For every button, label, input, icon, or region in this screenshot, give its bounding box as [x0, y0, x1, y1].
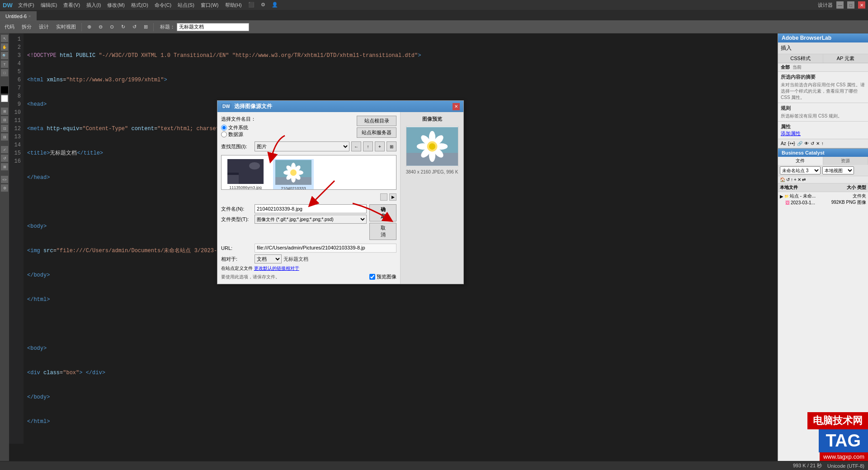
preview-checkbox-text: 预览图像	[377, 273, 396, 280]
tool-color2[interactable]	[1, 95, 8, 102]
design-view-button[interactable]: 设计	[36, 23, 52, 31]
bc-source-tab[interactable]: 资源	[823, 157, 868, 165]
icon-refresh[interactable]: ↺	[811, 141, 814, 146]
radio-datasource-input[interactable]	[221, 132, 227, 137]
current-tab[interactable]: 当前	[793, 64, 802, 70]
note-link[interactable]: 更改默认的链接相对于	[254, 266, 299, 271]
menu-insert[interactable]: 插入(I)	[84, 1, 104, 9]
icon-link1[interactable]: 🔗	[797, 141, 802, 146]
toolbar-icon1[interactable]: ⊕	[85, 23, 94, 31]
bc-site-node[interactable]: ▶ 📁 站点 - 未命... 文件夹	[780, 193, 866, 199]
radio-filesystem-input[interactable]	[221, 125, 227, 131]
menu-view[interactable]: 查看(V)	[61, 1, 83, 9]
maximize-button[interactable]: □	[847, 1, 854, 9]
relative-select[interactable]: 文档	[255, 254, 282, 263]
icon-eye[interactable]: 👁	[804, 141, 809, 146]
bc-file-item[interactable]: 🖼 2023-03-1... 992KB PNG 图像	[780, 199, 866, 206]
file-select-dialog[interactable]: DW 选择图像源文件 ✕ 选择文件名目： 文件系统	[217, 100, 464, 284]
toolbar: 代码 拆分 设计 实时视图 ⊕ ⊖ ⊙ ↻ ↺ ⊞ 标题：	[0, 21, 868, 33]
ap-elements-tab[interactable]: AP 元素	[823, 54, 868, 63]
browse-up-button[interactable]: ↑	[363, 141, 373, 151]
tool-hand[interactable]: ✋	[1, 43, 8, 51]
toolbar-icon6[interactable]: ⊞	[141, 23, 151, 31]
tool-text[interactable]: T	[1, 61, 8, 68]
preview-checkbox-input[interactable]	[369, 274, 375, 280]
bc-icon-sync[interactable]: ⇄	[802, 177, 806, 182]
site-root-button[interactable]: 站点根目录	[357, 116, 396, 126]
note-text: 在站点定义文件	[221, 266, 253, 271]
menu-help[interactable]: 帮助(H)	[222, 1, 245, 9]
cancel-button[interactable]: 取消	[369, 223, 396, 240]
bc-size-header: 大小 类型	[847, 184, 866, 191]
all-tab[interactable]: 全部	[781, 64, 790, 70]
filename-input[interactable]	[255, 204, 367, 213]
file-list-area[interactable]: 11135086ym3.jpg	[221, 155, 396, 190]
add-property-link[interactable]: 添加属性	[781, 130, 865, 137]
radio-filesystem[interactable]: 文件系统	[221, 124, 256, 131]
tool-zoom[interactable]: 🔍	[1, 52, 8, 59]
code-view-button[interactable]: 代码	[2, 23, 17, 31]
page-next-button[interactable]: ▶	[389, 193, 396, 201]
tool-check[interactable]: ✓	[1, 146, 8, 153]
toolbar-icon4[interactable]: ↻	[118, 23, 128, 31]
ok-button[interactable]: 确定	[369, 204, 396, 221]
toolbar-icon2[interactable]: ⊖	[96, 23, 105, 31]
dialog-close-button[interactable]: ✕	[453, 103, 460, 110]
title-input[interactable]	[177, 23, 249, 31]
toolbar-icon5[interactable]: ↺	[130, 23, 139, 31]
tool-view1[interactable]: ⊡	[1, 125, 8, 132]
tool-refresh[interactable]: ↺	[1, 155, 8, 162]
bc-icon-refresh[interactable]: ↺	[786, 177, 790, 182]
close-button[interactable]: ✕	[858, 1, 865, 9]
menu-settings[interactable]: ⚙	[258, 1, 268, 9]
menu-file[interactable]: 文件(F)	[15, 1, 37, 9]
bc-icon-up[interactable]: ↑	[791, 177, 793, 182]
tool-view2[interactable]: ⊟	[1, 133, 8, 141]
menu-extra1[interactable]: ⬛	[245, 1, 257, 9]
tool-code[interactable]: <>	[1, 176, 8, 183]
tool-collapse[interactable]: ⊟	[1, 116, 8, 123]
minimize-button[interactable]: —	[836, 1, 844, 9]
icon-x[interactable]: ✕	[816, 141, 820, 146]
file-item-flower[interactable]: 21040210333	[273, 159, 314, 190]
bc-icon-new[interactable]: +	[794, 177, 797, 182]
tool-debug[interactable]: ⚙	[1, 184, 8, 192]
site-server-button[interactable]: 站点和服务器	[357, 127, 396, 138]
menu-edit[interactable]: 编辑(E)	[38, 1, 60, 9]
radio-datasource[interactable]: 数据源	[221, 131, 256, 138]
tool-divider3	[1, 142, 8, 145]
bc-icon-home[interactable]: 🏠	[780, 177, 785, 182]
tab-close-icon[interactable]: ×	[28, 14, 31, 19]
toolbar-icon3[interactable]: ⊙	[107, 23, 117, 31]
encoding-info: Unicode (UTF-8)	[827, 463, 864, 469]
tool-select[interactable]: ↖	[1, 35, 8, 42]
tool-expand[interactable]: ⊞	[1, 108, 8, 115]
bc-icon-delete[interactable]: ✕	[797, 177, 801, 182]
menu-site[interactable]: 站点(S)	[175, 1, 197, 9]
tool-grid[interactable]: ⊞	[1, 163, 8, 170]
filetype-select[interactable]: 图像文件 (*.gif;*.jpg;*.jpeg;*.png;*.psd)	[255, 215, 367, 224]
css-styles-tab[interactable]: CSS样式	[778, 54, 823, 63]
icon-braces: {+•}	[788, 141, 795, 146]
bc-file-tab[interactable]: 文件	[778, 157, 823, 165]
bc-view-select[interactable]: 本地视图	[822, 166, 854, 174]
menu-account[interactable]: 👤	[269, 1, 281, 9]
browse-back-button[interactable]: ←	[351, 141, 361, 151]
tool-rect[interactable]: □	[1, 69, 8, 76]
file-item-landscape[interactable]: 11135086ym3.jpg	[225, 159, 266, 190]
browse-select[interactable]: 图片	[255, 141, 349, 151]
menu-format[interactable]: 格式(O)	[128, 1, 151, 9]
icon-up[interactable]: ↑	[821, 141, 824, 146]
menu-modify[interactable]: 修改(M)	[104, 1, 127, 9]
browse-new-button[interactable]: +	[375, 141, 385, 151]
split-view-button[interactable]: 拆分	[19, 23, 34, 31]
tool-color1[interactable]	[1, 86, 8, 94]
browse-view-button[interactable]: ⊞	[387, 141, 396, 151]
menu-command[interactable]: 命令(C)	[152, 1, 174, 9]
menu-bar[interactable]: 文件(F) 编辑(E) 查看(V) 插入(I) 修改(M) 格式(O) 命令(C…	[15, 1, 281, 9]
realtime-view-button[interactable]: 实时视图	[53, 23, 79, 31]
menu-window[interactable]: 窗口(W)	[198, 1, 222, 9]
bc-site-select[interactable]: 未命名站点 3	[780, 166, 821, 174]
preview-checkbox-label[interactable]: 预览图像	[369, 273, 396, 280]
tab-untitled6[interactable]: Untitled-6 ×	[0, 11, 37, 20]
